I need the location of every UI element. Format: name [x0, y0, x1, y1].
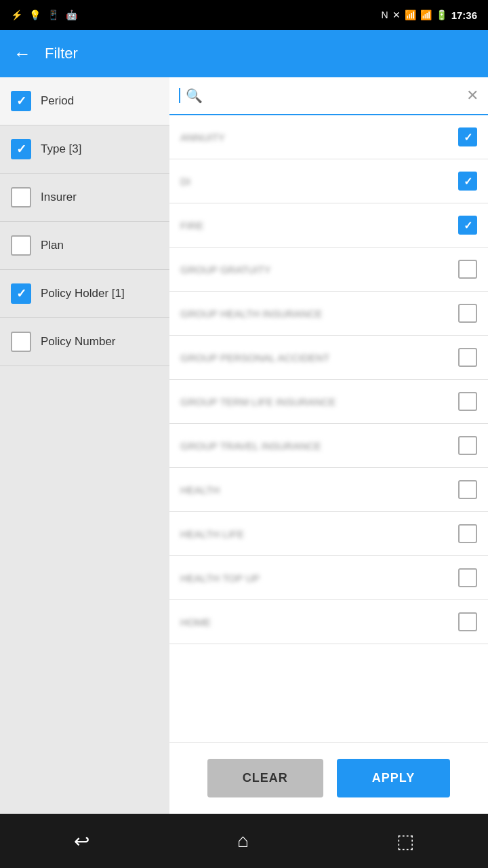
list-item-checkbox-6[interactable] [458, 392, 477, 411]
list-item-text: ANNUITY [180, 132, 225, 143]
right-panel: 🔍 ✕ ANNUITY DI FIRE GROUP GRATUITY [169, 77, 488, 814]
bottom-buttons: CLEAR APPLY [169, 742, 488, 814]
back-nav-icon[interactable]: ↩ [74, 830, 89, 852]
list-item-checkbox-9[interactable] [458, 524, 477, 543]
insurer-checkbox[interactable] [11, 187, 31, 208]
type-list: ANNUITY DI FIRE GROUP GRATUITY GROUP HEA… [169, 115, 488, 742]
app-header: ← Filter [0, 30, 488, 77]
status-bar: ⚡ 💡 📱 🤖 N ✕ 📶 📶 🔋 17:36 [0, 0, 488, 30]
list-item[interactable]: GROUP HEALTH INSURANCE [169, 292, 488, 336]
clear-button[interactable]: CLEAR [207, 759, 323, 797]
list-item[interactable]: GROUP PERSONAL ACCIDENT [169, 336, 488, 380]
list-item[interactable]: ANNUITY [169, 115, 488, 159]
policy-number-label: Policy Number [41, 334, 116, 349]
apply-button[interactable]: APPLY [337, 759, 450, 797]
status-time: 17:36 [451, 9, 477, 21]
list-item-checkbox-2[interactable] [458, 216, 477, 235]
list-item-text: GROUP TERM LIFE INSURANCE [180, 396, 336, 408]
signal-icon: 📶 [420, 9, 432, 20]
list-item[interactable]: GROUP TERM LIFE INSURANCE [169, 380, 488, 424]
sidebar-item-plan[interactable]: Plan [0, 222, 169, 270]
plan-checkbox[interactable] [11, 235, 31, 256]
search-input[interactable] [203, 89, 466, 102]
sidebar-item-period[interactable]: Period [0, 77, 169, 125]
page-title: Filter [45, 45, 78, 62]
plan-label: Plan [41, 238, 64, 253]
bulb-icon: 💡 [29, 9, 41, 20]
navigation-bar: ↩ ⌂ ⬚ [0, 814, 488, 868]
text-cursor [179, 88, 180, 103]
list-item-checkbox-5[interactable] [458, 348, 477, 367]
type-label: Type [3] [41, 142, 81, 157]
sidebar-item-policy-holder[interactable]: Policy Holder [1] [0, 270, 169, 318]
list-item-text: GROUP PERSONAL ACCIDENT [180, 352, 329, 363]
list-item-text: DI [180, 176, 190, 187]
bluetooth-icon: ✕ [392, 9, 401, 20]
list-item-text: HEALTH [180, 484, 220, 496]
sidebar-item-policy-number[interactable]: Policy Number [0, 318, 169, 366]
battery-icon: 🔋 [436, 9, 447, 20]
list-item-text: FIRE [180, 220, 203, 231]
list-item-text: GROUP GRATUITY [180, 264, 271, 275]
list-item[interactable]: GROUP GRATUITY [169, 248, 488, 292]
list-item[interactable]: FIRE [169, 203, 488, 248]
content-area: Period Type [3] Insurer Plan Policy Hold… [0, 77, 488, 814]
list-item-text: HEALTH LIFE [180, 528, 244, 540]
back-button[interactable]: ← [14, 43, 31, 64]
list-item-text: HOME [180, 616, 211, 628]
status-icons-right: N ✕ 📶 📶 🔋 17:36 [382, 9, 478, 21]
list-item-checkbox-8[interactable] [458, 480, 477, 499]
clear-search-icon[interactable]: ✕ [466, 87, 479, 104]
list-item[interactable]: DI [169, 159, 488, 203]
insurer-label: Insurer [41, 190, 77, 205]
list-item-checkbox-3[interactable] [458, 260, 477, 279]
search-bar: 🔍 ✕ [169, 77, 488, 115]
policy-holder-label: Policy Holder [1] [41, 286, 125, 301]
sidebar-item-insurer[interactable]: Insurer [0, 174, 169, 222]
list-item-checkbox-4[interactable] [458, 304, 477, 323]
list-item-checkbox-1[interactable] [458, 172, 477, 191]
android-icon: 🤖 [66, 9, 77, 20]
type-checkbox[interactable] [11, 139, 31, 159]
list-item[interactable]: HOME [169, 600, 488, 644]
recents-nav-icon[interactable]: ⬚ [396, 830, 414, 852]
period-checkbox[interactable] [11, 91, 31, 111]
filter-sidebar: Period Type [3] Insurer Plan Policy Hold… [0, 77, 169, 814]
search-icon: 🔍 [186, 87, 203, 104]
list-item-checkbox-7[interactable] [458, 436, 477, 455]
list-item-checkbox-10[interactable] [458, 568, 477, 587]
list-item[interactable]: HEALTH TOP UP [169, 556, 488, 600]
list-item-checkbox-0[interactable] [458, 127, 477, 146]
list-item[interactable]: HEALTH [169, 468, 488, 512]
list-item-text: GROUP HEALTH INSURANCE [180, 308, 322, 319]
list-item-text: HEALTH TOP UP [180, 572, 260, 584]
sidebar-item-type[interactable]: Type [3] [0, 125, 169, 174]
policy-holder-checkbox[interactable] [11, 283, 31, 304]
usb-icon: ⚡ [11, 9, 22, 20]
list-item[interactable]: HEALTH LIFE [169, 512, 488, 556]
wifi-icon: 📶 [405, 9, 416, 20]
home-nav-icon[interactable]: ⌂ [237, 830, 249, 852]
period-label: Period [41, 94, 74, 108]
policy-number-checkbox[interactable] [11, 332, 31, 352]
status-icons-left: ⚡ 💡 📱 🤖 [11, 9, 77, 20]
nfc-icon: N [382, 9, 388, 20]
phone-icon: 📱 [47, 9, 59, 20]
list-item-text: GROUP TRAVEL INSURANCE [180, 440, 321, 452]
list-item[interactable]: GROUP TRAVEL INSURANCE [169, 424, 488, 468]
list-item-checkbox-11[interactable] [458, 612, 477, 631]
